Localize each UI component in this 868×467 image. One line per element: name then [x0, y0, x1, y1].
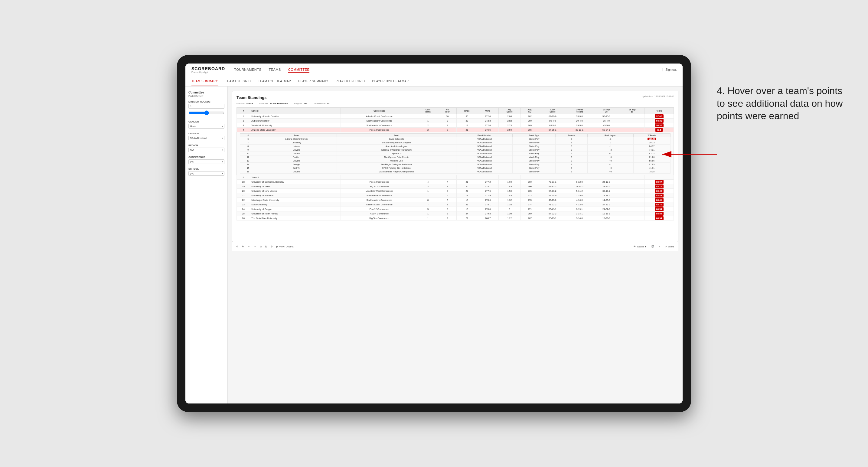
cell-points[interactable]: 79.5: [645, 128, 674, 132]
tab-player-summary[interactable]: PLAYER SUMMARY: [298, 76, 328, 86]
cell-points[interactable]: 93.31: [645, 119, 674, 123]
table-row-highlighted[interactable]: 4 Arizona State University Pac-12 Confer…: [237, 128, 674, 132]
table-row[interactable]: 25 University of North Florida ASUN Conf…: [237, 211, 674, 216]
exp-cell-event-div: NCAA Division I: [456, 152, 512, 155]
points-badge[interactable]: 88.41: [655, 198, 663, 202]
watch-button[interactable]: 👁 Watch ▼: [633, 245, 647, 248]
cell-low-score: 71-22-2: [539, 203, 566, 207]
nav-tournaments[interactable]: TOURNAMENTS: [234, 67, 261, 72]
table-row[interactable]: 3 Vanderbilt University Southeastern Con…: [237, 123, 674, 128]
nav-teams[interactable]: TEAMS: [269, 67, 281, 72]
points-badge-active[interactable]: 79.5: [655, 128, 663, 132]
min-rounds-slider[interactable]: [188, 110, 224, 116]
cell-points[interactable]: 88.48: [645, 193, 674, 198]
points-badge[interactable]: 88.89: [655, 212, 663, 216]
cell-points[interactable]: 88.89: [645, 211, 674, 216]
min-rounds-input[interactable]: [188, 104, 224, 108]
points-badge[interactable]: 88.49: [655, 189, 663, 193]
school-select[interactable]: (All): [188, 171, 224, 176]
sidebar-committee-subheader: Portal Review: [188, 95, 224, 97]
table-row[interactable]: 2 Auburn University Southeastern Confere…: [237, 119, 674, 123]
cell-vs-top50: [620, 203, 645, 207]
share-button[interactable]: ↗ Share: [665, 245, 674, 248]
points-badge[interactable]: 88.48: [655, 194, 663, 197]
col-low-score: LowScore: [539, 108, 566, 114]
tab-team-h2h-heatmap[interactable]: TEAM H2H HEATMAP: [258, 76, 291, 86]
table-row[interactable]: 1 University of North Carolina Atlantic …: [237, 114, 674, 119]
exp-cell-event-type: Stroke Play: [512, 141, 556, 145]
points-badge[interactable]: 97.02: [655, 114, 663, 118]
cell-points[interactable]: [645, 175, 674, 180]
cell-school: University of North Florida: [250, 211, 341, 216]
nav-committee[interactable]: COMMITTEE: [288, 67, 310, 72]
table-row[interactable]: 23 Duke University Atlantic Coast Confer…: [237, 203, 674, 207]
points-badge[interactable]: 93.31: [655, 119, 663, 123]
copy-button[interactable]: ⧉: [260, 245, 261, 248]
table-row[interactable]: 20 University of New Mexico Mountain Wes…: [237, 189, 674, 193]
table-row[interactable]: 24 University of Oregon Pac-12 Conferenc…: [237, 207, 674, 211]
points-badge[interactable]: 90.32: [655, 123, 663, 127]
cell-points[interactable]: 88.54: [645, 207, 674, 211]
tab-team-h2h-grid[interactable]: TEAM H2H GRID: [225, 76, 251, 86]
cell-conf-rank: 1: [418, 189, 438, 193]
points-badge[interactable]: 88.71: [655, 203, 663, 207]
cell-points[interactable]: 88.71: [645, 203, 674, 207]
cell-adj-score: 1.45: [498, 193, 521, 198]
cell-school: Mississippi State University: [250, 198, 341, 203]
division-select[interactable]: NCAA Division I NCAA Division II: [188, 136, 224, 141]
exp-cell-team: Univers: [256, 152, 337, 155]
timer-button[interactable]: ⏱: [270, 245, 273, 248]
view-original-button[interactable]: ▶ View: Original: [276, 245, 294, 248]
expand-button[interactable]: ⤢: [658, 245, 660, 248]
region-select[interactable]: N/A East: [188, 148, 224, 152]
logo-area: SCOREBOARD Powered by clippi: [191, 66, 225, 73]
cell-vs-top25: 12-18-1: [593, 211, 620, 216]
cell-points[interactable]: 88.07: [645, 180, 674, 184]
table-row[interactable]: 22 Mississippi State University Southeas…: [237, 198, 674, 203]
points-badge[interactable]: 88.07: [655, 180, 663, 184]
cell-rnds: 30: [457, 114, 477, 119]
redo-button[interactable]: ↻: [242, 245, 244, 248]
sign-out-button[interactable]: Sign out: [665, 68, 677, 71]
cell-conf-rank: 3: [418, 184, 438, 189]
tab-player-h2h-heatmap[interactable]: PLAYER H2H HEATMAP: [372, 76, 409, 86]
sidebar-label-conference: Conference: [188, 156, 224, 158]
cell-low-score: 46-29-0: [539, 198, 566, 203]
cell-points[interactable]: 88.41: [645, 198, 674, 203]
tab-player-h2h-grid[interactable]: PLAYER H2H GRID: [336, 76, 365, 86]
expanded-row: # Team Event Event Division Event Type R…: [237, 132, 674, 175]
points-badge[interactable]: 88.54: [655, 207, 663, 211]
comment-button[interactable]: 💬: [651, 245, 654, 248]
gender-select[interactable]: Men's Women's: [188, 124, 224, 129]
cell-vs-top50: [620, 128, 645, 132]
cell-vs-top50: [620, 180, 645, 184]
cell-points[interactable]: 97.02: [645, 114, 674, 119]
cell-vs-top50: [620, 189, 645, 193]
expanded-data-container: # Team Event Event Division Event Type R…: [237, 132, 674, 175]
sidebar-label-gender: Gender: [188, 120, 224, 123]
cell-school: University of New Mexico: [250, 189, 341, 193]
table-row[interactable]: 26 The Ohio State University Big Ten Con…: [237, 216, 674, 220]
cell-points[interactable]: 88.49: [645, 189, 674, 193]
col-points: Points: [645, 108, 674, 114]
cell-adj-score: 2.82: [498, 119, 521, 123]
paste-button[interactable]: ⎘: [265, 245, 267, 248]
cell-points[interactable]: 90.32: [645, 123, 674, 128]
conference-select[interactable]: (All) ACC: [188, 159, 224, 164]
table-row[interactable]: 18 University of California, Berkeley Pa…: [237, 180, 674, 184]
undo-button[interactable]: ↺: [236, 245, 238, 248]
tab-team-summary[interactable]: TEAM SUMMARY: [191, 76, 218, 86]
cell-wins: 268.7: [477, 216, 499, 220]
table-row[interactable]: 19 University of Texas Big 12 Conference…: [237, 184, 674, 189]
cell-points[interactable]: 88.94: [645, 216, 674, 220]
table-row[interactable]: 21 University of Alabama Southeastern Co…: [237, 193, 674, 198]
exp-cell-event-div: NCAA Division I: [456, 155, 512, 159]
exp-cell-rounds: 3: [556, 145, 588, 148]
cell-points[interactable]: 88.70: [645, 184, 674, 189]
main-content: Committee Portal Review Minimum Rounds G…: [185, 87, 683, 403]
points-badge[interactable]: 88.70: [655, 185, 663, 188]
nav-forward-button[interactable]: →: [254, 245, 256, 248]
table-row[interactable]: 5 Texas T...: [237, 175, 674, 180]
points-badge[interactable]: 88.94: [655, 216, 663, 220]
nav-back-button[interactable]: ←: [248, 245, 250, 248]
